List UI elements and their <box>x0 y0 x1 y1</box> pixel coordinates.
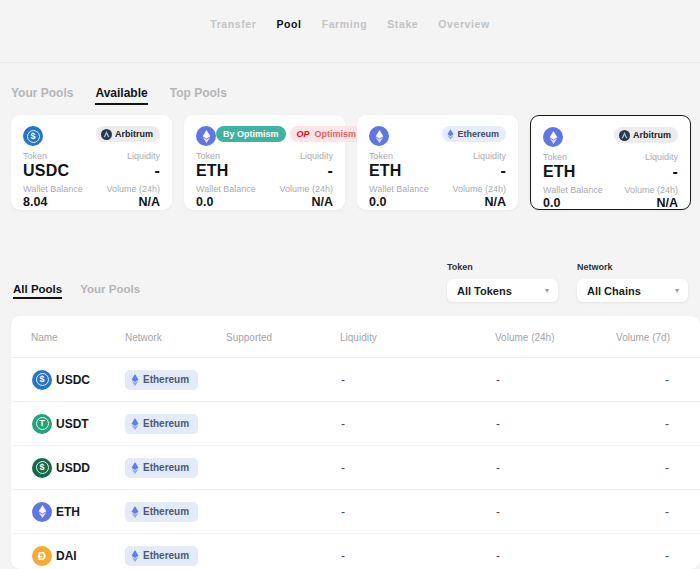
token-name: ETH <box>56 505 80 519</box>
arbitrum-icon <box>101 129 112 140</box>
eth-icon <box>369 126 389 146</box>
ethereum-network-badge: Ethereum <box>125 546 198 566</box>
volume-24h-value: - <box>496 461 500 475</box>
ethereum-network-badge: Ethereum <box>125 458 198 478</box>
volume-24h-label: Volume (24h) <box>452 184 506 194</box>
nav-item-stake[interactable]: Stake <box>387 18 418 30</box>
network-filter-dropdown[interactable]: All Chains ▾ <box>577 279 688 302</box>
pool-page: Transfer Pool Farming Stake Overview You… <box>0 0 700 569</box>
chevron-down-icon: ▾ <box>675 287 679 295</box>
token-label: Token <box>23 151 47 161</box>
chevron-down-icon: ▾ <box>545 287 549 295</box>
usdc-icon: $ <box>23 126 43 146</box>
eth-icon <box>543 127 563 147</box>
badge-label: Ethereum <box>143 419 189 429</box>
table-row-usdt[interactable]: T USDT Ethereum - - - <box>11 402 700 446</box>
table-row-usdd[interactable]: $ USDD Ethereum - - - <box>11 446 700 490</box>
ethereum-badge: Ethereum <box>442 126 506 142</box>
eth-icon <box>196 126 216 146</box>
pool-card-usdc-arbitrum[interactable]: $ Arbitrum Token Liquidity USDC - Wallet… <box>11 115 172 210</box>
liquidity-value: - <box>327 162 333 180</box>
wallet-balance-label: Wallet Balance <box>543 185 603 195</box>
volume-7d-value: - <box>665 461 669 475</box>
badge-label: Ethereum <box>143 375 189 385</box>
volume-7d-value: - <box>665 373 669 387</box>
wallet-balance-value: 0.0 <box>543 196 560 210</box>
table-row-usdc[interactable]: $ USDC Ethereum - - - <box>11 358 700 402</box>
token-filter-group: Token All Tokens ▾ <box>447 262 558 302</box>
column-header-liquidity: Liquidity <box>340 331 377 342</box>
wallet-balance-label: Wallet Balance <box>23 184 83 194</box>
volume-24h-value: N/A <box>138 195 160 209</box>
tab-top-pools[interactable]: Top Pools <box>170 86 227 105</box>
token-filter-label: Token <box>447 262 558 272</box>
token-symbol: ETH <box>543 163 576 181</box>
token-name: USDD <box>56 461 90 475</box>
wallet-balance-value: 0.0 <box>369 195 386 209</box>
token-label: Token <box>543 152 567 162</box>
by-optimism-badge: By Optimism <box>216 126 286 142</box>
tab-your-pools[interactable]: Your Pools <box>11 86 73 105</box>
pool-card-tabs: Your Pools Available Top Pools <box>11 86 227 105</box>
badge-label: By Optimism <box>223 130 279 139</box>
column-header-network: Network <box>125 331 162 342</box>
volume-24h-value: - <box>496 505 500 519</box>
ethereum-icon <box>131 506 139 518</box>
token-symbol: ETH <box>196 162 229 180</box>
nav-item-overview[interactable]: Overview <box>438 18 490 30</box>
liquidity-value: - <box>672 163 678 181</box>
arbitrum-icon <box>619 130 630 141</box>
ethereum-icon <box>131 374 139 386</box>
liquidity-value: - <box>341 461 345 475</box>
tab-available[interactable]: Available <box>95 86 147 105</box>
badge-label: Ethereum <box>143 463 189 473</box>
ethereum-icon <box>131 550 139 562</box>
volume-24h-value: - <box>496 549 500 563</box>
table-header: Name Network Supported Liquidity Volume … <box>11 316 700 358</box>
column-header-volume-7d: Volume (7d) <box>616 331 670 342</box>
wallet-balance-label: Wallet Balance <box>369 184 429 194</box>
nav-item-farming[interactable]: Farming <box>322 18 368 30</box>
column-header-supported: Supported <box>226 331 272 342</box>
ethereum-icon <box>447 129 454 140</box>
token-name: USDC <box>56 373 90 387</box>
token-symbol: ETH <box>369 162 402 180</box>
volume-7d-value: - <box>665 549 669 563</box>
pools-table: Name Network Supported Liquidity Volume … <box>11 316 700 569</box>
liquidity-label: Liquidity <box>127 151 160 161</box>
token-label: Token <box>369 151 393 161</box>
volume-7d-value: - <box>665 417 669 431</box>
usdc-icon: $ <box>32 370 52 390</box>
arbitrum-badge: Arbitrum <box>96 126 160 142</box>
token-label: Token <box>196 151 220 161</box>
ethereum-icon <box>131 462 139 474</box>
liquidity-value: - <box>341 373 345 387</box>
usdt-icon: T <box>32 414 52 434</box>
volume-24h-value: N/A <box>656 196 678 210</box>
volume-7d-value: - <box>665 505 669 519</box>
column-header-name: Name <box>31 331 58 342</box>
network-filter-label: Network <box>577 262 688 272</box>
token-filter-dropdown[interactable]: All Tokens ▾ <box>447 279 558 302</box>
badge-label: Ethereum <box>143 551 189 561</box>
tab-your-pools-list[interactable]: Your Pools <box>80 283 140 299</box>
badge-label: Ethereum <box>457 130 499 139</box>
liquidity-label: Liquidity <box>645 152 678 162</box>
liquidity-value: - <box>154 162 160 180</box>
badge-label: Arbitrum <box>115 130 153 139</box>
volume-24h-value: - <box>496 373 500 387</box>
table-row-eth[interactable]: ETH Ethereum - - - <box>11 490 700 534</box>
tab-all-pools[interactable]: All Pools <box>13 283 62 299</box>
nav-item-transfer[interactable]: Transfer <box>210 18 256 30</box>
liquidity-value: - <box>500 162 506 180</box>
network-filter-group: Network All Chains ▾ <box>577 262 688 302</box>
nav-item-pool[interactable]: Pool <box>276 18 301 30</box>
table-row-dai[interactable]: Ð DAI Ethereum - - - <box>11 534 700 569</box>
usdd-icon: $ <box>32 458 52 478</box>
pool-card-eth-ethereum[interactable]: Ethereum Token Liquidity ETH - Wallet Ba… <box>357 115 518 210</box>
pool-card-eth-optimism[interactable]: By Optimism OP Optimism Token Liquidity … <box>184 115 345 210</box>
liquidity-value: - <box>341 505 345 519</box>
pool-card-eth-arbitrum-selected[interactable]: Arbitrum Token Liquidity ETH - Wallet Ba… <box>530 115 691 210</box>
liquidity-value: - <box>341 549 345 563</box>
op-optimism-badge: OP Optimism <box>290 126 364 142</box>
